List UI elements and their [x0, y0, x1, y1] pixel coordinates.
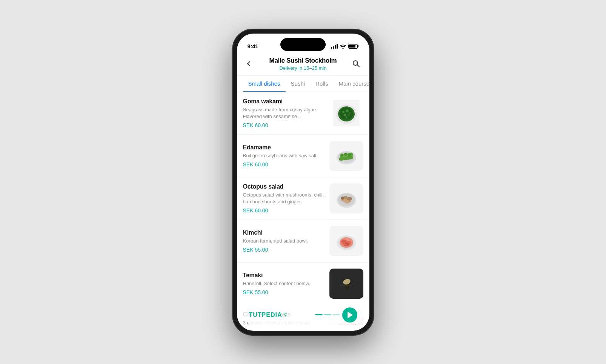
restaurant-name: Malle Sushi Stockholm [269, 57, 337, 65]
menu-item-price: SEK 60.00 [243, 122, 325, 128]
menu-item-price: SEK 60.00 [243, 207, 325, 213]
status-time: 9:41 [248, 43, 258, 49]
menu-item-name: Kimchi [243, 229, 325, 236]
copyright-text: © [284, 312, 288, 318]
status-icons [331, 44, 359, 49]
dynamic-island [280, 38, 326, 51]
search-icon [352, 60, 360, 68]
menu-item-image [329, 98, 363, 128]
svg-point-25 [348, 200, 351, 203]
back-button[interactable] [243, 57, 257, 71]
svg-point-24 [341, 197, 344, 200]
list-item[interactable]: Goma wakami Seagrass made from crispy al… [237, 92, 369, 135]
svg-point-0 [353, 61, 358, 65]
svg-point-17 [344, 153, 347, 156]
delivery-info: Delivery in 15–25 min [269, 65, 337, 71]
svg-point-8 [343, 114, 346, 116]
back-arrow-icon [247, 61, 252, 66]
tutpedia-brand: TUTPEDIA © [249, 312, 288, 318]
menu-item-image [329, 269, 363, 299]
menu-item-info: Kimchi Korean fermented salad bowl. SEK … [243, 229, 325, 253]
phone-screen: 9:41 [237, 34, 369, 331]
svg-point-18 [348, 154, 351, 157]
tab-rolls[interactable]: Rolls [310, 76, 333, 92]
svg-point-33 [341, 242, 345, 245]
svg-rect-38 [340, 286, 352, 286]
restaurant-header: Malle Sushi Stockholm Delivery in 15–25 … [237, 54, 369, 76]
battery-icon [348, 44, 359, 49]
menu-item-price: SEK 60.00 [243, 161, 325, 167]
list-item[interactable]: Kimchi Korean fermented salad bowl. SEK … [237, 220, 369, 263]
menu-item-price: SEK 55.00 [243, 289, 325, 295]
signal-icon [331, 44, 338, 49]
header-center: Malle Sushi Stockholm Delivery in 15–25 … [269, 57, 337, 71]
category-tabs: Small dishes Sushi Rolls Main courses [237, 76, 369, 92]
tab-small-dishes[interactable]: Small dishes [243, 76, 286, 92]
phone-frame: 9:41 [232, 29, 374, 335]
svg-line-1 [357, 65, 359, 67]
menu-item-name: Octopus salad [243, 183, 325, 190]
menu-item-desc: Seagrass made from crispy algae. Flavore… [243, 106, 325, 120]
progress-dots [315, 314, 340, 315]
list-item[interactable]: Octopus salad Octopus salad with mushroo… [237, 177, 369, 220]
tutpedia-text: TUTPEDIA [249, 312, 282, 318]
kimchi-food-svg [333, 229, 360, 253]
search-button[interactable] [349, 57, 363, 71]
play-button[interactable] [342, 307, 357, 323]
menu-item-image [329, 226, 363, 256]
goma-food-svg [333, 101, 360, 126]
menu-item-image [329, 183, 363, 213]
tab-sushi[interactable]: Sushi [286, 76, 311, 92]
menu-list: Goma wakami Seagrass made from crispy al… [237, 92, 369, 325]
menu-item-info: Goma wakami Seagrass made from crispy al… [243, 98, 325, 128]
svg-point-16 [340, 154, 343, 157]
menu-item-info: Edamame Boil green soybeans with saw sal… [243, 144, 325, 167]
bottom-overlay: TUTPEDIA © [241, 304, 365, 326]
menu-item-info: Temaki Handroll. Select content below. S… [243, 272, 325, 295]
menu-item-desc: Korean fermented salad bowl. [243, 238, 325, 244]
svg-point-6 [346, 109, 349, 112]
menu-item-name: Edamame [243, 144, 325, 151]
tab-main-courses[interactable]: Main courses [333, 76, 369, 92]
menu-item-info: Octopus salad Octopus salad with mushroo… [243, 183, 325, 213]
list-item[interactable]: Edamame Boil green soybeans with saw sal… [237, 135, 369, 177]
svg-point-5 [342, 111, 345, 113]
wifi-icon [340, 44, 346, 49]
play-icon [348, 312, 353, 318]
menu-item-price: SEK 55.00 [243, 247, 325, 253]
svg-point-9 [348, 114, 350, 116]
svg-point-7 [349, 112, 351, 114]
menu-item-desc: Boil green soybeans with saw salt. [243, 152, 325, 159]
menu-item-desc: Octopus salad with mushrooms, chili, bam… [243, 192, 325, 205]
menu-item-name: Goma wakami [243, 98, 325, 105]
svg-point-10 [345, 116, 347, 118]
menu-item-desc: Handroll. Select content below. [243, 280, 325, 287]
edamame-food-svg [333, 143, 360, 168]
list-item[interactable]: Temaki Handroll. Select content below. S… [237, 263, 369, 305]
menu-item-name: Temaki [243, 272, 325, 279]
menu-item-image [329, 141, 363, 171]
octopus-food-svg [333, 186, 360, 211]
svg-point-26 [344, 196, 348, 199]
temaki-food-svg [333, 271, 360, 296]
